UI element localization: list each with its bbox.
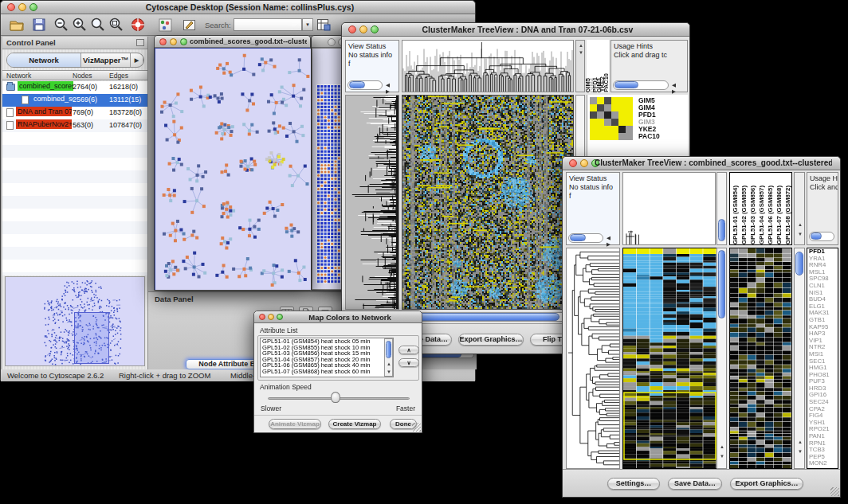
scrollbar-thumb[interactable]	[811, 232, 822, 240]
table-row[interactable]: RNAPuberNov2+| 563(0) 107847(0)	[2, 119, 147, 132]
row-dendrogram-canvas[interactable]	[346, 96, 398, 309]
float-panel-icon[interactable]	[136, 39, 144, 46]
matrix-cell[interactable]	[597, 97, 604, 104]
matrix-cell[interactable]	[626, 126, 633, 133]
selection-matrix[interactable]	[590, 97, 633, 140]
export-graphics-button[interactable]: Export Graphics…	[730, 478, 803, 490]
zoom-heatmap-canvas[interactable]	[730, 248, 791, 468]
matrix-cell[interactable]	[604, 97, 611, 104]
open-file-icon[interactable]	[9, 17, 25, 33]
matrix-cell[interactable]	[604, 119, 611, 126]
scroll-up-icon[interactable]: ▲	[579, 43, 583, 48]
scroll-up-icon[interactable]: ▲	[798, 222, 803, 227]
matrix-cell[interactable]	[626, 104, 633, 111]
vizmap-nodes-icon[interactable]	[159, 18, 172, 32]
row-dendrogram-panel[interactable]	[345, 95, 399, 310]
zoom-fit-icon[interactable]	[90, 17, 106, 33]
heatmap-column-label[interactable]: GPL51-03 (GSM856)	[748, 186, 757, 244]
treeview-combined-title-bar[interactable]: ClusterMaker TreeView : combined_scores_…	[563, 157, 840, 170]
treeview-dna-title-bar[interactable]: ClusterMaker TreeView : DNA and Tran 07-…	[342, 23, 689, 37]
scroll-down-icon[interactable]: ▼	[720, 454, 724, 459]
resize-grip[interactable]	[412, 423, 421, 432]
matrix-cell[interactable]	[618, 133, 626, 140]
grid-network-canvas[interactable]	[316, 84, 344, 283]
matrix-cell[interactable]	[604, 133, 611, 140]
matrix-cell[interactable]	[590, 119, 597, 126]
matrix-cell[interactable]	[611, 97, 618, 104]
matrix-cell[interactable]	[604, 126, 611, 133]
matrix-cell[interactable]	[590, 126, 597, 133]
scrollbar-thumb[interactable]	[403, 313, 559, 321]
zoom-window-icon[interactable]	[277, 314, 283, 320]
matrix-cell[interactable]	[590, 104, 597, 111]
heatmap-column-label[interactable]: GPL51-02 (GSM855)	[740, 186, 748, 244]
zoom-heatmap-panel[interactable]	[729, 248, 792, 469]
scrollbar-thumb[interactable]	[570, 234, 586, 241]
minimize-icon[interactable]	[170, 38, 177, 45]
zoom-out-icon[interactable]	[53, 17, 69, 33]
help-lifering-icon[interactable]	[130, 17, 146, 33]
heatmap-vscrollbar[interactable]: ▲ ▼	[716, 248, 727, 469]
table-row[interactable]: combined_scores_ 2764(0) 16218(0)	[2, 81, 147, 94]
scroll-up-icon[interactable]: ▲	[387, 361, 391, 366]
heatmap-column-label[interactable]: GPL51-04 (GSM857)	[757, 186, 766, 244]
matrix-cell[interactable]	[604, 111, 611, 119]
heatmap-column-label[interactable]: GPL51-06 (GSM865)	[766, 186, 775, 244]
tab-overflow-arrow[interactable]: ▶	[131, 53, 143, 67]
matrix-cell[interactable]	[618, 126, 626, 133]
annotation-icon[interactable]	[183, 18, 196, 32]
usage-hints-hscrollbar[interactable]: ◀ ▶	[613, 80, 685, 90]
scroll-down-icon[interactable]: ▼	[798, 449, 803, 454]
matrix-cell[interactable]	[626, 111, 633, 119]
matrix-cell[interactable]	[626, 97, 633, 104]
table-row[interactable]: DNA and Tran 07 769(0) 183728(0)	[2, 107, 147, 119]
row-dendrogram-panel[interactable]	[566, 248, 620, 469]
scrollbar-thumb[interactable]	[718, 250, 725, 318]
matrix-cell[interactable]	[611, 133, 618, 140]
resize-grip[interactable]	[830, 487, 839, 496]
search-dropdown-icon[interactable]: ▼	[302, 18, 313, 31]
move-down-button[interactable]: ∨	[398, 358, 419, 367]
scroll-left-right-icons[interactable]: ◀ ▶	[607, 235, 618, 248]
close-icon[interactable]	[159, 38, 167, 45]
column-dendrogram-panel[interactable]	[622, 172, 716, 245]
scrollbar-thumb[interactable]	[349, 81, 365, 88]
matrix-cell[interactable]	[611, 126, 618, 133]
view-status-hscrollbar[interactable]: ◀ ▶	[568, 233, 618, 243]
close-icon[interactable]	[328, 38, 336, 46]
close-icon[interactable]	[7, 3, 15, 11]
matrix-cell[interactable]	[604, 104, 611, 111]
close-icon[interactable]	[259, 314, 265, 320]
usage-hints-hscrollbar[interactable]	[809, 232, 836, 241]
close-icon[interactable]	[348, 25, 356, 33]
minimize-icon[interactable]	[18, 3, 26, 11]
network-canvas-area[interactable]	[155, 48, 310, 290]
matrix-cell[interactable]	[626, 119, 633, 126]
table-row-selected[interactable]: combined_sco 2569(6) 13112(15)	[2, 94, 147, 107]
scroll-up-icon[interactable]: ▲	[798, 440, 803, 444]
heatmap-canvas[interactable]	[402, 96, 573, 309]
matrix-cell[interactable]	[618, 104, 626, 111]
settings-button[interactable]: Settings…	[607, 478, 660, 490]
zoom-in-icon[interactable]	[72, 17, 88, 33]
export-graphics-button[interactable]: Export Graphics…	[458, 334, 524, 346]
matrix-cell[interactable]	[597, 111, 604, 119]
matrix-cell[interactable]	[611, 104, 618, 111]
scroll-up-icon[interactable]: ▲	[720, 444, 724, 449]
heatmap-panel[interactable]	[402, 95, 574, 310]
scroll-down-icon[interactable]: ▼	[387, 369, 391, 374]
heatmap-hscrollbar[interactable]	[402, 312, 574, 322]
scrollbar-thumb[interactable]	[718, 219, 725, 241]
column-scroll-strip[interactable]: ▲ ▼	[794, 172, 805, 245]
column-dendrogram-canvas[interactable]	[623, 173, 715, 244]
matrix-cell[interactable]	[618, 97, 626, 104]
scroll-left-right-icons[interactable]: ◀ ▶	[672, 82, 685, 95]
zoom-window-icon[interactable]	[180, 38, 187, 45]
network-canvas[interactable]	[155, 49, 311, 290]
matrix-cell[interactable]	[597, 104, 604, 111]
search-input[interactable]	[234, 18, 302, 31]
matrix-cell[interactable]	[597, 119, 604, 126]
save-data-button[interactable]: Save Data…	[668, 478, 722, 490]
attribute-list-item[interactable]: GPL51-07 (GSM868) heat shock 60 min	[261, 369, 393, 375]
row-dendrogram-canvas[interactable]	[567, 248, 619, 468]
